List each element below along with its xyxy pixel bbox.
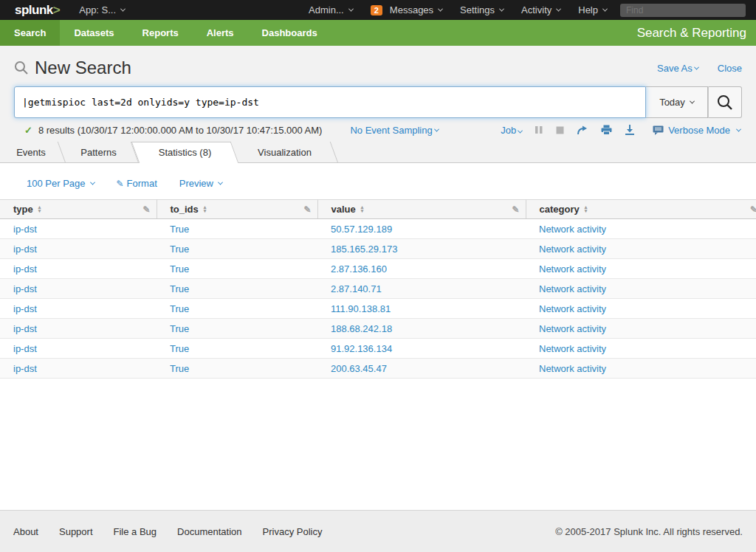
table-cell-link[interactable]: ip-dst	[13, 343, 37, 354]
nav-tab-search[interactable]: Search	[0, 20, 60, 46]
column-header-category[interactable]: category▴▾✎	[526, 200, 756, 219]
table-cell-link[interactable]: ip-dst	[13, 244, 37, 255]
footer-link-about[interactable]: About	[13, 526, 38, 537]
nav-tab-datasets[interactable]: Datasets	[60, 20, 128, 46]
table-cell[interactable]: True	[157, 299, 317, 319]
admin-menu[interactable]: Admin...	[300, 0, 362, 20]
table-cell[interactable]: 185.165.29.173	[317, 239, 526, 259]
table-cell[interactable]: Network activity	[526, 219, 756, 239]
app-menu[interactable]: App: S...	[70, 0, 134, 20]
table-cell-link[interactable]: Network activity	[539, 343, 606, 354]
table-cell[interactable]: Network activity	[526, 239, 756, 259]
table-cell-link[interactable]: 200.63.45.47	[331, 363, 387, 374]
table-cell[interactable]: True	[157, 239, 317, 259]
messages-menu[interactable]: 2Messages	[362, 0, 451, 20]
table-cell-link[interactable]: True	[170, 343, 189, 354]
table-cell-link[interactable]: ip-dst	[13, 283, 37, 294]
per-page-menu[interactable]: 100 Per Page	[27, 178, 94, 189]
footer-link-documentation[interactable]: Documentation	[177, 526, 241, 537]
table-cell[interactable]: Network activity	[526, 279, 756, 299]
format-menu[interactable]: ✎Format	[117, 178, 157, 189]
table-cell[interactable]: 2.87.136.160	[317, 259, 526, 279]
sort-icon[interactable]: ▴▾	[361, 206, 364, 213]
splunk-logo[interactable]: splunk>	[15, 3, 60, 18]
table-cell-link[interactable]: 2.87.140.71	[331, 283, 382, 294]
nav-tab-alerts[interactable]: Alerts	[193, 20, 248, 46]
pause-button[interactable]	[535, 125, 543, 134]
table-cell[interactable]: 91.92.136.134	[317, 339, 526, 359]
table-cell[interactable]: Network activity	[526, 299, 756, 319]
tab-statistics[interactable]: Statistics (8)	[135, 142, 235, 162]
edit-column-icon[interactable]: ✎	[750, 204, 756, 215]
table-cell-link[interactable]: ip-dst	[13, 303, 37, 314]
stop-button[interactable]	[556, 126, 564, 134]
table-cell[interactable]: Network activity	[526, 359, 756, 379]
export-button[interactable]	[625, 125, 635, 135]
table-cell-link[interactable]: True	[170, 244, 189, 255]
table-cell-link[interactable]: True	[170, 263, 189, 275]
edit-column-icon[interactable]: ✎	[303, 204, 311, 215]
table-cell[interactable]: True	[157, 219, 317, 239]
table-cell[interactable]: ip-dst	[0, 319, 157, 339]
event-sampling-menu[interactable]: No Event Sampling	[350, 125, 438, 136]
table-cell[interactable]: Network activity	[526, 259, 756, 279]
nav-tab-dashboards[interactable]: Dashboards	[248, 20, 331, 46]
table-cell-link[interactable]: Network activity	[539, 263, 606, 275]
table-cell[interactable]: ip-dst	[0, 239, 157, 259]
table-cell-link[interactable]: True	[170, 323, 189, 334]
activity-menu[interactable]: Activity	[512, 0, 569, 20]
tab-visualization[interactable]: Visualization	[235, 142, 334, 162]
table-cell[interactable]: True	[157, 339, 317, 359]
share-button[interactable]	[577, 125, 588, 135]
table-cell[interactable]: True	[157, 359, 317, 379]
table-cell-link[interactable]: ip-dst	[13, 263, 37, 275]
search-query-input[interactable]	[14, 86, 646, 118]
table-cell[interactable]: ip-dst	[0, 279, 157, 299]
search-mode-menu[interactable]: Verbose Mode	[653, 125, 740, 136]
table-cell[interactable]: 2.87.140.71	[317, 279, 526, 299]
table-cell[interactable]: ip-dst	[0, 299, 157, 319]
tab-events[interactable]: Events	[0, 142, 62, 162]
table-cell-link[interactable]: Network activity	[539, 303, 606, 314]
sort-icon[interactable]: ▴▾	[585, 206, 588, 213]
save-as-menu[interactable]: Save As	[657, 63, 698, 74]
table-cell[interactable]: ip-dst	[0, 359, 157, 379]
table-cell-link[interactable]: True	[170, 303, 189, 314]
table-cell-link[interactable]: 185.165.29.173	[331, 244, 397, 255]
table-cell-link[interactable]: Network activity	[539, 224, 606, 235]
sort-icon[interactable]: ▴▾	[204, 206, 207, 213]
search-submit-button[interactable]	[708, 86, 742, 118]
table-cell-link[interactable]: 91.92.136.134	[331, 343, 392, 354]
table-cell[interactable]: 50.57.129.189	[317, 219, 526, 239]
column-header-type[interactable]: type▴▾✎	[0, 200, 157, 219]
job-menu[interactable]: Job	[501, 125, 522, 136]
table-cell-link[interactable]: True	[170, 363, 189, 374]
table-cell[interactable]: True	[157, 259, 317, 279]
table-cell-link[interactable]: 111.90.138.81	[331, 303, 391, 314]
table-cell-link[interactable]: ip-dst	[13, 363, 37, 374]
table-cell-link[interactable]: 2.87.136.160	[331, 263, 387, 275]
table-cell-link[interactable]: True	[170, 224, 189, 235]
table-cell[interactable]: 200.63.45.47	[317, 359, 526, 379]
sort-icon[interactable]: ▴▾	[38, 206, 41, 213]
column-header-value[interactable]: value▴▾✎	[317, 200, 526, 219]
print-button[interactable]	[601, 125, 612, 135]
table-cell[interactable]: ip-dst	[0, 339, 157, 359]
tab-patterns[interactable]: Patterns	[62, 142, 135, 162]
table-cell-link[interactable]: ip-dst	[13, 224, 37, 235]
table-cell[interactable]: ip-dst	[0, 259, 157, 279]
time-range-picker[interactable]: Today	[646, 86, 708, 118]
close-button[interactable]: Close	[718, 63, 742, 74]
preview-menu[interactable]: Preview	[179, 178, 222, 189]
table-cell[interactable]: ip-dst	[0, 219, 157, 239]
table-cell[interactable]: 111.90.138.81	[317, 299, 526, 319]
table-cell-link[interactable]: 50.57.129.189	[331, 224, 392, 235]
table-cell-link[interactable]: Network activity	[539, 323, 606, 334]
footer-link-file-a-bug[interactable]: File a Bug	[114, 526, 157, 537]
table-cell[interactable]: 188.68.242.18	[317, 319, 526, 339]
table-cell[interactable]: True	[157, 319, 317, 339]
edit-column-icon[interactable]: ✎	[512, 204, 519, 215]
table-cell[interactable]: Network activity	[526, 339, 756, 359]
settings-menu[interactable]: Settings	[451, 0, 512, 20]
table-cell[interactable]: True	[157, 279, 317, 299]
